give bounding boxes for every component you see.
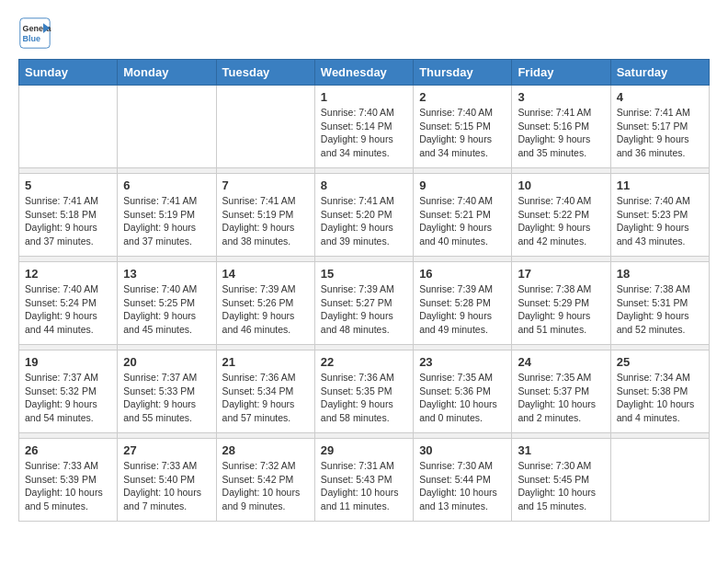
day-info: Sunrise: 7:37 AM Sunset: 5:32 PM Dayligh… xyxy=(25,371,111,425)
day-number: 15 xyxy=(321,267,407,281)
day-info: Sunrise: 7:32 AM Sunset: 5:42 PM Dayligh… xyxy=(222,459,309,513)
day-number: 30 xyxy=(419,443,506,457)
day-info: Sunrise: 7:33 AM Sunset: 5:39 PM Dayligh… xyxy=(25,459,111,513)
day-number: 6 xyxy=(123,178,210,192)
cell-week1-day0 xyxy=(19,86,118,168)
cell-week3-day6: 18Sunrise: 7:38 AM Sunset: 5:31 PM Dayli… xyxy=(610,262,709,345)
day-number: 20 xyxy=(123,355,210,369)
day-info: Sunrise: 7:39 AM Sunset: 5:28 PM Dayligh… xyxy=(419,282,506,337)
cell-week5-day1: 27Sunrise: 7:33 AM Sunset: 5:40 PM Dayli… xyxy=(118,439,216,522)
day-info: Sunrise: 7:40 AM Sunset: 5:25 PM Dayligh… xyxy=(123,282,210,337)
cell-week5-day0: 26Sunrise: 7:33 AM Sunset: 5:39 PM Dayli… xyxy=(19,439,118,522)
cell-week5-day2: 28Sunrise: 7:32 AM Sunset: 5:42 PM Dayli… xyxy=(216,439,314,522)
day-info: Sunrise: 7:30 AM Sunset: 5:45 PM Dayligh… xyxy=(518,459,604,513)
day-info: Sunrise: 7:40 AM Sunset: 5:24 PM Dayligh… xyxy=(25,282,111,337)
day-info: Sunrise: 7:35 AM Sunset: 5:36 PM Dayligh… xyxy=(419,371,506,425)
cell-week4-day0: 19Sunrise: 7:37 AM Sunset: 5:32 PM Dayli… xyxy=(19,350,118,433)
cell-week2-day6: 11Sunrise: 7:40 AM Sunset: 5:23 PM Dayli… xyxy=(610,174,709,257)
cell-week3-day0: 12Sunrise: 7:40 AM Sunset: 5:24 PM Dayli… xyxy=(19,262,118,345)
cell-week3-day2: 14Sunrise: 7:39 AM Sunset: 5:26 PM Dayli… xyxy=(216,262,314,345)
week-row-3: 12Sunrise: 7:40 AM Sunset: 5:24 PM Dayli… xyxy=(19,262,710,345)
cell-week3-day5: 17Sunrise: 7:38 AM Sunset: 5:29 PM Dayli… xyxy=(512,262,610,345)
cell-week2-day4: 9Sunrise: 7:40 AM Sunset: 5:21 PM Daylig… xyxy=(414,174,512,257)
day-info: Sunrise: 7:39 AM Sunset: 5:27 PM Dayligh… xyxy=(321,282,407,337)
day-info: Sunrise: 7:36 AM Sunset: 5:34 PM Dayligh… xyxy=(222,371,309,425)
day-number: 2 xyxy=(419,90,506,104)
day-number: 18 xyxy=(617,267,703,281)
day-number: 22 xyxy=(321,355,407,369)
day-info: Sunrise: 7:31 AM Sunset: 5:43 PM Dayligh… xyxy=(321,459,407,513)
day-info: Sunrise: 7:40 AM Sunset: 5:22 PM Dayligh… xyxy=(518,194,604,248)
day-number: 24 xyxy=(518,355,604,369)
header-sunday: Sunday xyxy=(19,60,118,86)
day-number: 8 xyxy=(321,178,407,192)
day-number: 27 xyxy=(123,443,210,457)
header: General Blue xyxy=(18,17,710,50)
cell-week4-day3: 22Sunrise: 7:36 AM Sunset: 5:35 PM Dayli… xyxy=(314,350,413,433)
day-number: 16 xyxy=(419,267,506,281)
day-info: Sunrise: 7:40 AM Sunset: 5:14 PM Dayligh… xyxy=(321,106,407,160)
day-info: Sunrise: 7:41 AM Sunset: 5:17 PM Dayligh… xyxy=(617,106,703,160)
day-number: 25 xyxy=(617,355,703,369)
day-number: 5 xyxy=(25,178,111,192)
day-number: 28 xyxy=(222,443,309,457)
cell-week1-day6: 4Sunrise: 7:41 AM Sunset: 5:17 PM Daylig… xyxy=(610,86,709,168)
cell-week4-day5: 24Sunrise: 7:35 AM Sunset: 5:37 PM Dayli… xyxy=(512,350,610,433)
cell-week2-day0: 5Sunrise: 7:41 AM Sunset: 5:18 PM Daylig… xyxy=(19,174,118,257)
week-row-1: 1Sunrise: 7:40 AM Sunset: 5:14 PM Daylig… xyxy=(19,86,710,168)
day-info: Sunrise: 7:40 AM Sunset: 5:15 PM Dayligh… xyxy=(419,106,506,160)
header-monday: Monday xyxy=(118,60,216,86)
cell-week5-day4: 30Sunrise: 7:30 AM Sunset: 5:44 PM Dayli… xyxy=(414,439,512,522)
page: General Blue Sunday Monday Tuesday Wedne… xyxy=(0,0,728,538)
cell-week4-day4: 23Sunrise: 7:35 AM Sunset: 5:36 PM Dayli… xyxy=(414,350,512,433)
calendar-table: Sunday Monday Tuesday Wednesday Thursday… xyxy=(18,59,710,522)
day-number: 7 xyxy=(222,178,309,192)
day-number: 13 xyxy=(123,267,210,281)
day-number: 14 xyxy=(222,267,309,281)
cell-week1-day4: 2Sunrise: 7:40 AM Sunset: 5:15 PM Daylig… xyxy=(414,86,512,168)
week-row-2: 5Sunrise: 7:41 AM Sunset: 5:18 PM Daylig… xyxy=(19,174,710,257)
svg-text:Blue: Blue xyxy=(23,34,41,43)
cell-week2-day2: 7Sunrise: 7:41 AM Sunset: 5:19 PM Daylig… xyxy=(216,174,314,257)
cell-week5-day6 xyxy=(610,439,709,522)
cell-week3-day1: 13Sunrise: 7:40 AM Sunset: 5:25 PM Dayli… xyxy=(118,262,216,345)
cell-week1-day1 xyxy=(118,86,216,168)
cell-week2-day5: 10Sunrise: 7:40 AM Sunset: 5:22 PM Dayli… xyxy=(512,174,610,257)
day-number: 10 xyxy=(518,178,604,192)
day-info: Sunrise: 7:41 AM Sunset: 5:20 PM Dayligh… xyxy=(321,194,407,248)
day-number: 11 xyxy=(617,178,703,192)
day-info: Sunrise: 7:40 AM Sunset: 5:21 PM Dayligh… xyxy=(419,194,506,248)
day-number: 4 xyxy=(617,90,703,104)
week-row-4: 19Sunrise: 7:37 AM Sunset: 5:32 PM Dayli… xyxy=(19,350,710,433)
day-info: Sunrise: 7:41 AM Sunset: 5:19 PM Dayligh… xyxy=(222,194,309,248)
header-tuesday: Tuesday xyxy=(216,60,314,86)
day-number: 3 xyxy=(518,90,604,104)
day-info: Sunrise: 7:39 AM Sunset: 5:26 PM Dayligh… xyxy=(222,282,309,337)
day-number: 9 xyxy=(419,178,506,192)
week-row-5: 26Sunrise: 7:33 AM Sunset: 5:39 PM Dayli… xyxy=(19,439,710,522)
day-number: 19 xyxy=(25,355,111,369)
day-info: Sunrise: 7:38 AM Sunset: 5:29 PM Dayligh… xyxy=(518,282,604,337)
day-info: Sunrise: 7:41 AM Sunset: 5:16 PM Dayligh… xyxy=(518,106,604,160)
day-info: Sunrise: 7:33 AM Sunset: 5:40 PM Dayligh… xyxy=(123,459,210,513)
cell-week2-day3: 8Sunrise: 7:41 AM Sunset: 5:20 PM Daylig… xyxy=(314,174,413,257)
day-number: 29 xyxy=(321,443,407,457)
cell-week4-day2: 21Sunrise: 7:36 AM Sunset: 5:34 PM Dayli… xyxy=(216,350,314,433)
header-thursday: Thursday xyxy=(414,60,512,86)
header-friday: Friday xyxy=(512,60,610,86)
header-saturday: Saturday xyxy=(610,60,709,86)
logo: General Blue xyxy=(18,17,51,50)
cell-week1-day2 xyxy=(216,86,314,168)
day-info: Sunrise: 7:34 AM Sunset: 5:38 PM Dayligh… xyxy=(617,371,703,425)
day-info: Sunrise: 7:41 AM Sunset: 5:18 PM Dayligh… xyxy=(25,194,111,248)
cell-week3-day3: 15Sunrise: 7:39 AM Sunset: 5:27 PM Dayli… xyxy=(314,262,413,345)
cell-week5-day3: 29Sunrise: 7:31 AM Sunset: 5:43 PM Dayli… xyxy=(314,439,413,522)
day-info: Sunrise: 7:37 AM Sunset: 5:33 PM Dayligh… xyxy=(123,371,210,425)
cell-week1-day3: 1Sunrise: 7:40 AM Sunset: 5:14 PM Daylig… xyxy=(314,86,413,168)
header-wednesday: Wednesday xyxy=(314,60,413,86)
day-number: 12 xyxy=(25,267,111,281)
day-number: 1 xyxy=(321,90,407,104)
day-info: Sunrise: 7:41 AM Sunset: 5:19 PM Dayligh… xyxy=(123,194,210,248)
day-info: Sunrise: 7:30 AM Sunset: 5:44 PM Dayligh… xyxy=(419,459,506,513)
day-number: 26 xyxy=(25,443,111,457)
